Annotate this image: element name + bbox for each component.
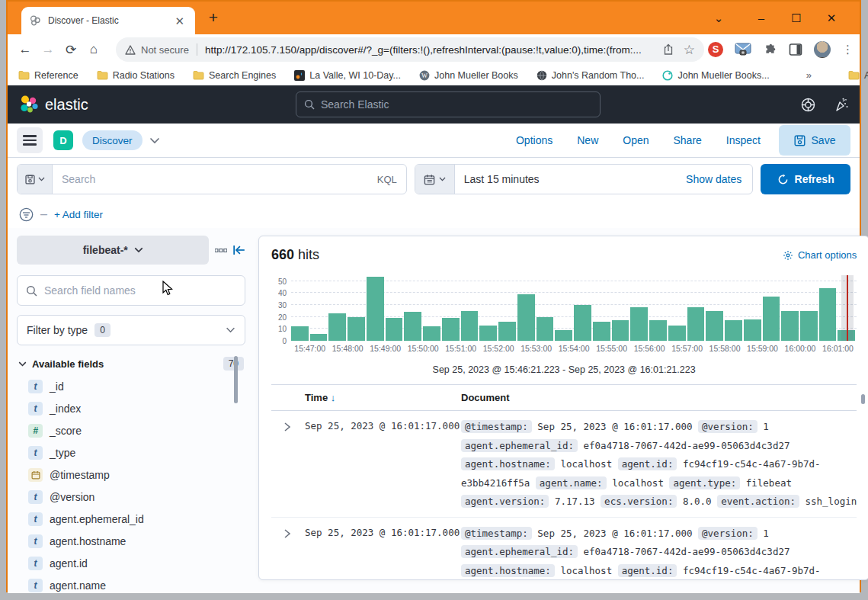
bookmark-item[interactable]: Radio Stations	[97, 70, 175, 81]
bookmark-item[interactable]: Search Engines	[193, 70, 276, 81]
filter-by-type-select[interactable]: Filter by type 0	[17, 315, 245, 345]
histogram-bar[interactable]	[423, 326, 440, 341]
side-panel-icon[interactable]	[789, 43, 802, 56]
histogram-bar[interactable]	[781, 311, 799, 341]
bookmarks-overflow-chevron[interactable]: »	[806, 69, 812, 81]
maximize-button[interactable]: ☐	[779, 11, 814, 25]
options-link[interactable]: Options	[516, 134, 553, 146]
histogram-bar[interactable]	[367, 277, 384, 341]
new-link[interactable]: New	[577, 134, 598, 146]
kql-search-input[interactable]: Search KQL	[17, 164, 407, 194]
chevron-down-icon[interactable]	[149, 137, 160, 144]
back-icon[interactable]: ←	[14, 42, 37, 57]
histogram-bar[interactable]	[593, 322, 610, 341]
panel-scrollbar-thumb[interactable]	[861, 394, 865, 404]
reload-icon[interactable]: ⟳	[59, 42, 82, 58]
histogram-bar[interactable]	[668, 326, 686, 341]
time-picker[interactable]: Last 15 minutes Show dates	[415, 164, 753, 194]
tab-search-icon[interactable]: ⌄	[701, 11, 736, 25]
share-icon[interactable]	[662, 43, 674, 56]
index-pattern-switcher[interactable]: filebeat-*	[17, 236, 209, 265]
field-list-item[interactable]: @timestamp	[17, 464, 245, 486]
histogram-bar[interactable]	[687, 307, 705, 341]
histogram-bar[interactable]	[630, 307, 648, 341]
histogram-bar[interactable]	[404, 312, 421, 341]
histogram-bar[interactable]	[536, 317, 554, 341]
time-column-header[interactable]: Time ↓	[305, 392, 461, 403]
histogram-bar[interactable]	[800, 311, 818, 341]
histogram-bar[interactable]	[574, 305, 591, 341]
histogram-bar[interactable]	[461, 311, 479, 341]
s-badge-extension-icon[interactable]: S	[708, 42, 723, 57]
histogram-bar[interactable]	[386, 318, 403, 341]
save-button[interactable]: Save	[779, 125, 850, 156]
field-list-item[interactable]: tagent.id	[17, 552, 245, 574]
field-list-item[interactable]: t_index	[17, 397, 245, 419]
share-link[interactable]: Share	[674, 134, 702, 146]
filter-menu-icon[interactable]	[19, 207, 34, 222]
saved-query-menu-button[interactable]	[18, 165, 53, 194]
breadcrumb-discover[interactable]: Discover	[82, 130, 143, 150]
browser-tab[interactable]: Discover - Elastic ✕	[21, 7, 195, 34]
sidebar-scrollbar-thumb[interactable]	[234, 356, 238, 403]
bookmark-item[interactable]: John Mueller Books...	[662, 70, 769, 81]
collapse-sidebar-icon[interactable]	[233, 245, 245, 255]
field-list-item[interactable]: t@version	[17, 486, 245, 508]
bookmark-star-icon[interactable]: ☆	[684, 42, 695, 58]
field-list-item[interactable]: t_type	[17, 441, 245, 464]
bookmark-item[interactable]: John's Random Tho...	[536, 70, 645, 81]
histogram-bar[interactable]	[649, 320, 667, 341]
inspect-link[interactable]: Inspect	[726, 134, 761, 146]
address-bar[interactable]: Not secure http://172.105.7.150/app/disc…	[116, 37, 704, 62]
expand-row-chevron-icon[interactable]	[283, 528, 305, 581]
tab-close-icon[interactable]: ✕	[171, 14, 187, 28]
available-fields-header[interactable]: Available fields 70	[17, 357, 245, 371]
histogram-bar[interactable]	[612, 320, 629, 341]
field-list-item[interactable]: #_score	[17, 419, 245, 441]
histogram-bar[interactable]	[725, 320, 742, 341]
time-range-value[interactable]: Last 15 minutes	[455, 173, 540, 185]
menu-hamburger-icon[interactable]	[17, 127, 43, 153]
histogram-bar[interactable]	[442, 318, 460, 341]
space-badge[interactable]: D	[53, 130, 73, 150]
global-search-input[interactable]: Search Elastic	[296, 91, 601, 117]
histogram-bar[interactable]	[555, 330, 572, 341]
kebab-menu-icon[interactable]: ⋮	[842, 47, 854, 52]
expand-row-chevron-icon[interactable]	[283, 422, 305, 512]
profile-avatar[interactable]	[814, 41, 831, 58]
field-search-input[interactable]: Search field names	[17, 275, 245, 306]
new-tab-button[interactable]: +	[204, 9, 223, 27]
bookmark-item[interactable]: WJohn Mueller Books	[419, 70, 518, 81]
help-icon[interactable]	[801, 98, 815, 112]
minimize-button[interactable]: –	[744, 11, 779, 24]
chart-options-button[interactable]: Chart options	[783, 249, 857, 261]
show-dates-link[interactable]: Show dates	[686, 173, 752, 185]
close-button[interactable]: ✕	[814, 11, 849, 25]
histogram-bar[interactable]	[744, 319, 761, 341]
histogram-bar[interactable]	[706, 311, 723, 341]
field-list-item[interactable]: t_id	[17, 375, 245, 397]
histogram-bar[interactable]	[517, 294, 535, 341]
all-bookmarks-button[interactable]: All Bookmarks	[848, 70, 868, 81]
histogram-bar[interactable]	[763, 297, 780, 341]
sort-descending-icon[interactable]: ↓	[331, 392, 336, 403]
field-list-item[interactable]: tagent.ephemeral_id	[17, 508, 245, 530]
histogram-bar[interactable]	[479, 326, 497, 341]
field-list-item[interactable]: tagent.name	[17, 574, 245, 596]
home-icon[interactable]: ⌂	[82, 42, 105, 57]
query-language-badge[interactable]: KQL	[377, 174, 406, 185]
refresh-button[interactable]: Refresh	[761, 164, 850, 194]
histogram-bar[interactable]	[819, 288, 837, 341]
add-filter-link[interactable]: + Add filter	[54, 209, 103, 220]
open-link[interactable]: Open	[623, 134, 649, 146]
bookmark-item[interactable]: La Valle, WI 10-Day...	[294, 70, 401, 81]
histogram-bar[interactable]	[328, 313, 346, 341]
histogram-bar[interactable]	[310, 334, 328, 341]
news-party-popper-icon[interactable]	[834, 98, 849, 112]
puzzle-extensions-icon[interactable]	[763, 43, 777, 57]
forward-icon[interactable]: →	[37, 42, 59, 57]
boxes-horizontal-icon[interactable]	[215, 249, 227, 252]
capture-extension-icon[interactable]	[735, 43, 751, 56]
histogram-bar[interactable]	[348, 317, 365, 341]
bookmark-item[interactable]: Reference	[18, 70, 78, 81]
